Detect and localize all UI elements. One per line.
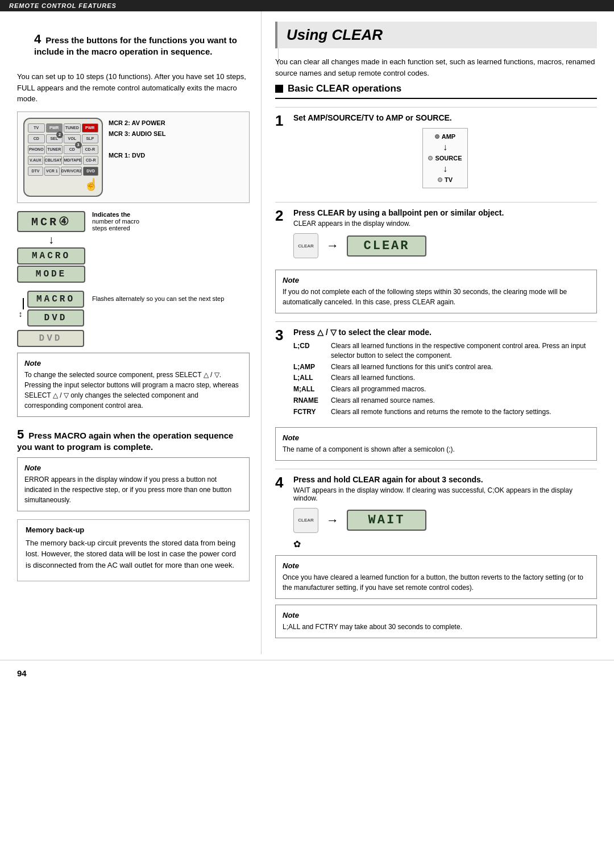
note4-body: The name of a component is shown after a…: [283, 444, 590, 454]
mcr-display-section: MCR④ ↓ MACRO MODE Indicates the number o…: [17, 211, 250, 283]
btn-vaux: V.AUX: [28, 156, 43, 165]
step1-content: Set AMP/SOURCE/TV to AMP or SOURCE. AMP …: [293, 113, 597, 194]
mode-lcd-item: L;CD Clears all learned functions in the…: [293, 341, 597, 361]
wait-lcd-display: WAIT: [347, 510, 426, 531]
clear-lcd-display: CLEAR: [347, 235, 426, 257]
note4-title: Note: [283, 433, 590, 442]
btn-power2: PWR: [82, 123, 99, 133]
mcr1-label: MCR 1: DVD: [109, 150, 165, 162]
step4-body: You can set up to 10 steps (10 functions…: [17, 71, 250, 105]
clear-btn-label-2: CLEAR: [298, 518, 314, 523]
step3-label: Press △ / ▽ to select the clear mode.: [293, 328, 597, 337]
mode-mall-item: M;ALL Clears all programmed macros.: [293, 385, 597, 394]
section-title: Using CLEAR: [275, 22, 597, 48]
macro-lcd-2: MACRO: [27, 291, 84, 308]
btn-tuned: TUNED: [64, 123, 81, 133]
amp-label: AMP: [442, 133, 455, 140]
flashes-displays: ↕ MACRO DVD DVD: [17, 291, 84, 347]
step1-num: 1: [275, 113, 289, 128]
mode-list: L;CD Clears all learned functions in the…: [293, 341, 597, 417]
note2-body: ERROR appears in the display window if y…: [24, 474, 242, 505]
mode-desc-lcd: Clears all learned functions in the resp…: [331, 341, 597, 361]
source-item: SOURCE: [428, 155, 462, 162]
wait-display-row: CLEAR → WAIT: [293, 508, 597, 533]
clear-button-image: CLEAR: [293, 233, 318, 258]
mode-desc-fctry: Clears all remote functions and returns …: [331, 407, 551, 417]
btn-cdr: CD-R: [82, 145, 99, 154]
mcr-displays: MCR④ ↓ MACRO MODE: [17, 211, 85, 283]
indicates-bold: Indicates the: [92, 211, 130, 218]
dvd-lcd: DVD: [27, 309, 84, 326]
btn-dvr: DVR/VCR2: [61, 167, 82, 176]
step3-content: Press △ / ▽ to select the clear mode. L;…: [293, 328, 597, 421]
btn-dtv: DTV: [28, 167, 43, 176]
btn-tv: TV: [28, 123, 45, 133]
btn-cd: CD: [28, 134, 45, 143]
step4-num: 4: [34, 32, 41, 46]
note2-title: Note: [24, 464, 242, 472]
mode-code-fctry: FCTRY: [293, 407, 325, 417]
mode-lall-item: L;ALL Clears all learned functions.: [293, 373, 597, 383]
dvd-faint-lcd: DVD: [17, 330, 84, 347]
flashes-arrow: ↕ MACRO DVD: [17, 291, 84, 326]
note5-body: Once you have cleared a learned function…: [283, 572, 590, 593]
source-dot: [428, 156, 433, 160]
intro-text: You can clear all changes made in each f…: [275, 56, 597, 78]
note6-body: L;ALL and FCTRY may take about 30 second…: [283, 622, 590, 632]
mode-fctry-item: FCTRY Clears all remote functions and re…: [293, 407, 597, 417]
btn-mdtape: MD/TAPE: [63, 156, 82, 165]
arrow-right-1: →: [326, 238, 339, 253]
btn-sleep: SLP: [82, 134, 99, 143]
mcr3-label: MCR 3: AUDIO SEL: [109, 129, 165, 140]
btn-phono: PHONO: [28, 145, 45, 154]
step1-row: 1 Set AMP/SOURCE/TV to AMP or SOURCE. AM…: [275, 107, 597, 194]
step4r-content: Press and hold CLEAR again for about 3 s…: [293, 475, 597, 549]
step1-label: Set AMP/SOURCE/TV to AMP or SOURCE.: [293, 113, 597, 122]
step4r-num: 4: [275, 475, 289, 490]
mode-desc-rname: Clears all renamed source names.: [331, 396, 435, 406]
note6-title: Note: [283, 611, 590, 619]
left-column: 4Press the buttons for the functions you…: [0, 11, 262, 654]
note-box-4: Note The name of a component is shown af…: [275, 427, 597, 461]
step3-row: 3 Press △ / ▽ to select the clear mode. …: [275, 321, 597, 421]
mode-code-rname: RNAME: [293, 396, 325, 406]
mode-code-lamp: L;AMP: [293, 362, 325, 372]
remote-labels: MCR 2: AV POWER MCR 3: AUDIO SEL MCR 1: …: [109, 118, 165, 162]
note-box-6: Note L;ALL and FCTRY may take about 30 s…: [275, 605, 597, 638]
macro-lcd: MACRO: [17, 247, 85, 264]
mode-desc-mall: Clears all programmed macros.: [331, 385, 426, 394]
amp-item: AMP: [435, 133, 455, 140]
clear-display-row: CLEAR → CLEAR: [293, 233, 597, 258]
note3-body: If you do not complete each of the follo…: [283, 287, 590, 307]
note5-title: Note: [283, 561, 590, 570]
memory-box: Memory back-up The memory back-up circui…: [17, 519, 250, 582]
amp-source-illustration: AMP ↓ SOURCE ↓ TV: [293, 128, 597, 188]
tv-dot: [438, 177, 442, 182]
step3-num: 3: [275, 328, 289, 342]
flashes-section: ↕ MACRO DVD DVD Flashes alternately so y…: [17, 291, 250, 347]
btn-vcr1: VCR 1: [44, 167, 60, 176]
note-box-2: Note ERROR appears in the display window…: [17, 457, 250, 511]
btn-sel: SEL 2: [46, 134, 63, 143]
amp-source-box: AMP ↓ SOURCE ↓ TV: [422, 128, 468, 188]
remote-illustration: TV PWR TUNED PWR CD SEL 2 VOL SLP: [17, 111, 250, 203]
mode-lcd: MODE: [17, 266, 85, 283]
page-number: 94: [17, 668, 27, 678]
note1-body: To change the selected source component,…: [24, 370, 242, 411]
step2-row: 2 Press CLEAR by using a ballpoint pen o…: [275, 202, 597, 264]
cursor-icon: ☝: [28, 177, 98, 191]
clear-btn-label: CLEAR: [298, 243, 314, 249]
mode-lamp-item: L;AMP Clears all learned functions for t…: [293, 362, 597, 372]
note-box-1: Note To change the selected source compo…: [17, 353, 250, 417]
indicates-annotation: Indicates the number of macrosteps enter…: [92, 211, 139, 232]
btn-cblsat: CBL/SAT: [44, 156, 63, 165]
clear-button-image-2: CLEAR: [293, 508, 318, 533]
basic-clear-heading: Basic CLEAR operations: [275, 83, 597, 99]
step2-label: Press CLEAR by using a ballpoint pen or …: [293, 208, 597, 217]
step2-sub: CLEAR appears in the display window.: [293, 220, 597, 228]
arrow-right-2: →: [326, 513, 339, 528]
step4r-body: WAIT appears in the display window. If c…: [293, 486, 597, 502]
note1-title: Note: [24, 359, 242, 367]
mode-desc-lall: Clears all learned functions.: [331, 373, 415, 383]
source-label: SOURCE: [435, 155, 462, 162]
